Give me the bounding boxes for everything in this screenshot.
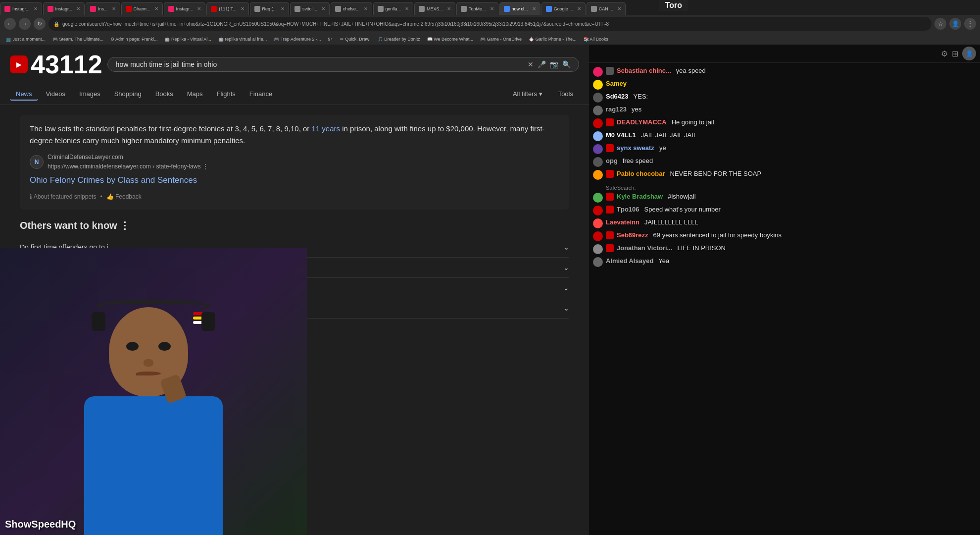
bookmarks-bar: 📺 Just a moment... 🎮 Steam, The Ultimate… [0,33,980,45]
bookmark-8[interactable]: ✏ Quick, Draw! [338,37,373,42]
chat-username-m0v4ll1: M0 V4LL1 [606,131,636,139]
bookmark-3[interactable]: ⚙ Admin page: Frankl... [108,37,160,42]
others-know-title: Others want to know ⋮ [20,219,569,231]
tab-instagram-4[interactable]: Instagr... ✕ [164,2,206,15]
apps-icon[interactable]: ⊞ [952,49,958,58]
tab-how-cl[interactable]: how cl... ✕ [499,2,540,15]
streamer-head [109,307,188,396]
bookmark-13[interactable]: 📚 All Books [582,37,611,42]
chat-message-synx: synx sweatz ye [593,144,976,154]
headphone-ear-left [92,312,105,331]
faq-expand-1[interactable]: ⌄ [563,243,569,251]
chat-message-laevateinn: Laevateinn JAILLLLLLLL LLLL [593,218,976,228]
badge-seb69rezz [606,231,614,239]
chat-text-synx: ye [659,144,666,152]
chat-text-1: yea speed [676,67,706,74]
bookmark-9[interactable]: 🎵 Dreader by Donitz [376,37,422,42]
filter-finance[interactable]: Finance [244,88,278,101]
bookmark-11[interactable]: 🎮 Game - OneDrive [478,37,524,42]
chat-text-sd6423: YES: [634,93,648,100]
chat-text-seb69rezz: 69 years sentenced to jail for speedy bo… [653,231,782,239]
source-name: CriminalDefenseLawyer.com [48,153,208,162]
tab-instagram-2[interactable]: Instagr... ✕ [43,2,85,15]
browser-chrome: Instagr... ✕ Instagr... ✕ Ins... ✕ Chann… [0,0,980,45]
chat-username-seb69rezz: Seb69rezz [617,231,648,239]
forward-button[interactable]: → [19,18,31,30]
tab-req[interactable]: Req (... ✕ [250,2,290,15]
chat-avatar-synx [593,144,603,154]
feedback-snippets[interactable]: 👍 Feedback [106,192,142,202]
bookmark-2[interactable]: 🎮 Steam, The Ultimate... [50,37,105,42]
profile-button[interactable]: 👤 [949,18,961,30]
menu-button[interactable]: ⋮ [964,18,976,30]
search-filters: News Videos Images Shopping Books Maps F… [0,84,589,105]
filter-books[interactable]: Books [149,88,179,101]
chat-message-deadlymacca: DEADLYMACCA He going to jail [593,118,976,128]
filter-tools[interactable]: Tools [552,88,579,101]
chat-messages: Sebastian chinc... yea speed Samey Sd642… [589,63,980,535]
chat-message-seb69rezz: Seb69rezz 69 years sentenced to jail for… [593,231,976,241]
bookmark-10[interactable]: 📖 We Become What... [425,37,475,42]
refresh-button[interactable]: ↻ [34,18,46,30]
filter-news[interactable]: News [10,88,38,101]
filter-flights[interactable]: Flights [211,88,242,101]
user-avatar[interactable]: 👤 [962,47,976,60]
extensions-button[interactable]: ☆ [934,18,946,30]
tab-topme[interactable]: TopMe... ✕ [456,2,498,15]
chat-avatar-samey [593,80,603,90]
streamer-silhouette [0,248,307,535]
bookmark-12[interactable]: 🧄 Garlic Phone - The... [527,37,578,42]
headphone-band [97,300,210,312]
chat-avatar-pablo [593,170,603,180]
faq-expand-4[interactable]: ⌄ [563,304,569,312]
tab-youtube-111[interactable]: (111) T... ✕ [206,2,248,15]
bookmark-4[interactable]: 🤖 Replika - Virtual Al... [162,37,213,42]
faq-expand-3[interactable]: ⌄ [563,284,569,292]
tab-ins-3[interactable]: Ins... ✕ [86,2,120,15]
tab-google[interactable]: Google ... ✕ [541,2,586,15]
snippet-text: The law sets the standard penalties for … [30,123,559,147]
chat-avatar-rag123 [593,106,603,115]
tab-svitoli[interactable]: svitoli... ✕ [290,2,330,15]
tab-mexs[interactable]: MEXS... ✕ [414,2,455,15]
image-search-button[interactable]: 📷 [550,60,558,68]
bookmark-7[interactable]: 9+ [326,37,335,42]
chat-avatar-tpo106 [593,206,603,215]
viewer-count: 43112 [31,50,102,79]
settings-icon[interactable]: ⚙ [941,49,948,58]
chat-username-tpo106: Tpo106 [617,206,639,213]
chat-message-m0v4ll1: M0 V4LL1 JAIL JAIL JAIL JAIL [593,131,976,141]
eye-left [126,342,139,351]
badge-pablo [606,170,614,178]
bookmark-5[interactable]: 🤖 replika virtual ai frie... [216,37,269,42]
filter-videos[interactable]: Videos [40,88,72,101]
chat-message-pablo: Pablo chocobar NEVER BEND FOR THE SOAP [593,170,976,180]
toro-badge: Toro [659,0,688,11]
snippet-footer: ℹ About featured snippets • 👍 Feedback [30,192,559,202]
result-link[interactable]: Ohio Felony Crimes by Class and Sentence… [30,173,559,187]
filter-all-filters[interactable]: All filters ▾ [507,88,548,101]
bookmark-1[interactable]: 📺 Just a moment... [4,37,48,42]
filter-images[interactable]: Images [73,88,106,101]
tab-gorilla[interactable]: gorilla... ✕ [373,2,414,15]
chat-avatar-laevateinn [593,218,603,228]
tab-chelse[interactable]: chelse... ✕ [331,2,372,15]
search-box[interactable]: how much time is jail time in ohio ✕ 🎤 📷… [107,57,579,72]
webcam-overlay: ShowSpeedHQ [0,248,307,535]
address-text: google.com/search?q=how+much+time+is+jai… [62,21,609,27]
chat-text-jonathan: LIFE IN PRISON [677,244,726,252]
tab-can[interactable]: CAN ... ✕ [587,2,626,15]
bookmark-6[interactable]: 🎮 Trap Adventure 2 -... [272,37,323,42]
tab-chann[interactable]: Chann... ✕ [121,2,163,15]
search-submit-button[interactable]: 🔍 [562,60,571,68]
tab-instagram-1[interactable]: Instagr... ✕ [0,2,42,15]
filter-maps[interactable]: Maps [181,88,209,101]
about-snippets[interactable]: ℹ About featured snippets [30,192,96,202]
clear-search-button[interactable]: ✕ [528,60,534,68]
faq-expand-2[interactable]: ⌄ [563,264,569,271]
chat-text-kyle: #ishowjail [668,193,695,200]
filter-shopping[interactable]: Shopping [108,88,147,101]
back-button[interactable]: ← [4,18,16,30]
address-bar[interactable]: 🔒 google.com/search?q=how+much+time+is+j… [49,17,931,31]
voice-search-button[interactable]: 🎤 [538,60,546,68]
